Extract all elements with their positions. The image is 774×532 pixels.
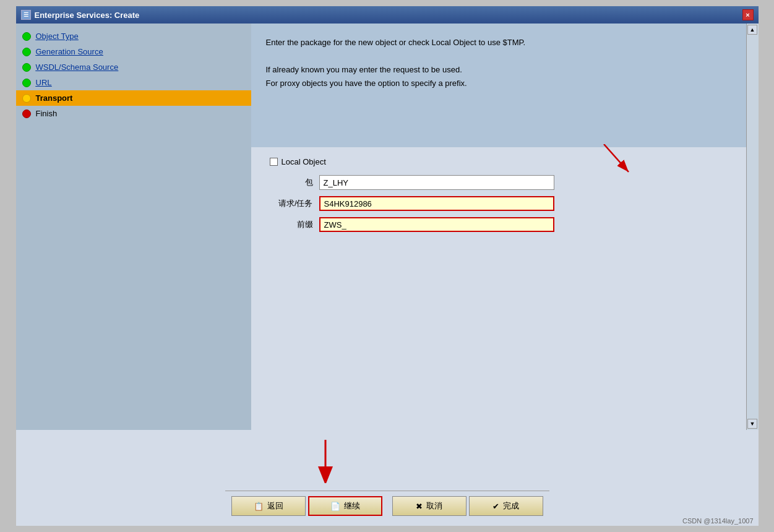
package-input[interactable] xyxy=(319,175,554,190)
spacer xyxy=(251,248,746,430)
sidebar-label-wsdl-schema-source: WSDL/Schema Source xyxy=(36,62,119,72)
info-line4: For proxy objects you have the option to… xyxy=(266,77,731,90)
sidebar-dot-transport xyxy=(22,94,31,103)
prefix-input[interactable] xyxy=(319,217,554,232)
content-with-scroll: Enter the package for the new object or … xyxy=(251,24,759,430)
continue-icon: 📄 xyxy=(330,502,340,511)
dialog-body: Object TypeGeneration SourceWSDL/Schema … xyxy=(16,24,759,526)
request-row: 请求/任务 xyxy=(270,196,728,211)
sidebar-item-url[interactable]: URL xyxy=(16,75,251,90)
svg-line-1 xyxy=(604,144,629,172)
sidebar-item-wsdl-schema-source[interactable]: WSDL/Schema Source xyxy=(16,59,251,75)
sidebar-dot-finish xyxy=(22,109,31,118)
form-area: Local Object 包 xyxy=(251,147,746,248)
local-object-label: Local Object xyxy=(282,157,326,166)
button-bar: 📋 返回 📄 继续 ✖ 取消 ✔ 完成 xyxy=(225,491,549,521)
title-bar: ☰ Enterprise Services: Create × xyxy=(16,6,759,24)
sidebar-item-transport[interactable]: Transport xyxy=(16,90,251,106)
window-icon-text: ☰ xyxy=(24,12,28,18)
cancel-label: 取消 xyxy=(426,500,442,512)
arrow-annotation-2 xyxy=(307,440,344,483)
prefix-label: 前缀 xyxy=(270,219,319,230)
bottom-area: 📋 返回 📄 继续 ✖ 取消 ✔ 完成 CSDN @1314lay_1007 xyxy=(16,430,759,526)
sidebar-dot-object-type xyxy=(22,32,31,41)
back-label: 返回 xyxy=(267,500,283,512)
arrow-annotation-1 xyxy=(567,144,666,178)
finish-label: 完成 xyxy=(503,500,519,512)
sidebar-item-object-type[interactable]: Object Type xyxy=(16,28,251,44)
info-line3: If already known you may enter the reque… xyxy=(266,63,731,77)
continue-button[interactable]: 📄 继续 xyxy=(308,496,382,516)
sidebar-label-url: URL xyxy=(36,78,52,87)
info-line1: Enter the package for the new object or … xyxy=(266,36,731,49)
local-object-checkbox[interactable] xyxy=(270,158,278,166)
cancel-icon: ✖ xyxy=(416,502,423,511)
sidebar-label-generation-source: Generation Source xyxy=(36,47,103,56)
package-label: 包 xyxy=(270,177,319,188)
sidebar-label-finish: Finish xyxy=(36,109,58,118)
sidebar-item-generation-source[interactable]: Generation Source xyxy=(16,44,251,59)
sidebar-label-object-type: Object Type xyxy=(36,32,79,41)
dialog-window: ☰ Enterprise Services: Create × Object T… xyxy=(16,6,759,526)
cancel-button[interactable]: ✖ 取消 xyxy=(392,496,467,516)
title-bar-left: ☰ Enterprise Services: Create xyxy=(21,10,140,20)
finish-icon: ✔ xyxy=(492,502,499,511)
sidebar-dot-wsdl-schema-source xyxy=(22,63,31,72)
sidebar-label-transport: Transport xyxy=(36,93,73,103)
scrollbar: ▲ ▼ xyxy=(746,24,759,430)
finish-button[interactable]: ✔ 完成 xyxy=(469,496,543,516)
close-button[interactable]: × xyxy=(742,9,754,20)
dialog-title: Enterprise Services: Create xyxy=(35,11,140,20)
sidebar-item-finish: Finish xyxy=(16,106,251,121)
request-input[interactable] xyxy=(319,196,554,211)
sidebar: Object TypeGeneration SourceWSDL/Schema … xyxy=(16,24,251,430)
content-area: Enter the package for the new object or … xyxy=(251,24,746,430)
top-section: Object TypeGeneration SourceWSDL/Schema … xyxy=(16,24,759,430)
large-arrow-svg xyxy=(307,440,344,483)
sidebar-dot-url xyxy=(22,79,31,87)
window-icon: ☰ xyxy=(21,10,31,20)
scroll-up-button[interactable]: ▲ xyxy=(747,25,757,35)
button-separator-1 xyxy=(385,496,390,516)
info-box: Enter the package for the new object or … xyxy=(251,24,746,147)
request-label: 请求/任务 xyxy=(270,198,319,209)
back-icon: 📋 xyxy=(254,502,264,511)
prefix-row: 前缀 xyxy=(270,217,728,232)
back-button[interactable]: 📋 返回 xyxy=(231,496,306,516)
watermark: CSDN @1314lay_1007 xyxy=(682,517,754,525)
sidebar-dot-generation-source xyxy=(22,48,31,56)
scroll-down-button[interactable]: ▼ xyxy=(747,419,757,429)
continue-label: 继续 xyxy=(344,500,360,512)
